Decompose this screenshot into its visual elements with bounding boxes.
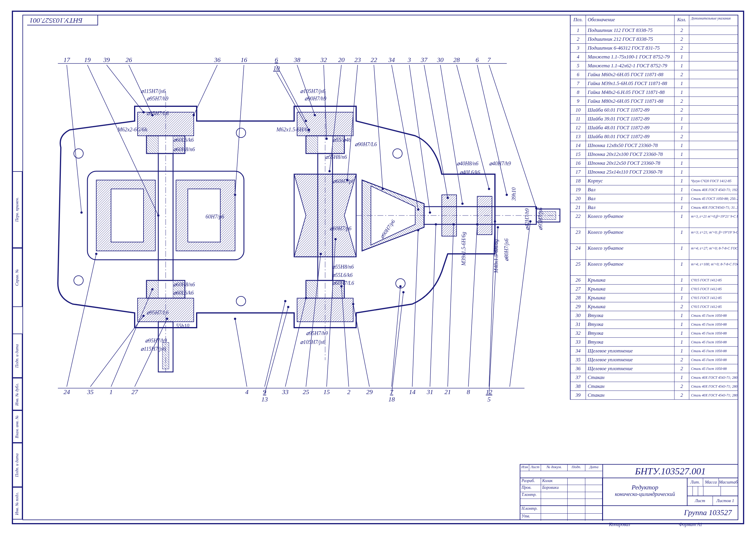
svg-point-148 (284, 300, 286, 302)
svg-text:10: 10 (273, 64, 280, 72)
svg-line-145 (235, 319, 247, 387)
svg-text:⌀95H7/js6: ⌀95H7/js6 (537, 207, 543, 230)
svg-point-79 (157, 215, 159, 216)
svg-text:7: 7 (488, 56, 491, 64)
svg-text:22: 22 (371, 56, 377, 64)
svg-point-146 (234, 318, 236, 320)
svg-point-166 (417, 229, 419, 231)
bom-row: 13Шайба 80.01 ГОСТ 11872-892 (571, 132, 738, 141)
svg-point-77 (81, 212, 82, 213)
svg-line-159 (353, 304, 369, 387)
svg-text:32: 32 (320, 56, 327, 64)
svg-rect-22 (111, 189, 144, 242)
svg-text:55h10: 55h10 (176, 323, 189, 329)
svg-line-177 (510, 221, 530, 387)
svg-text:12: 12 (486, 388, 492, 395)
svg-line-104 (409, 65, 430, 213)
svg-text:13: 13 (261, 395, 268, 401)
svg-text:30: 30 (437, 56, 444, 64)
svg-text:6: 6 (476, 56, 479, 64)
bom-row: 14Шпонка 12x8x50 ГОСТ 23360-781 (571, 141, 738, 150)
svg-point-160 (352, 303, 354, 305)
svg-text:⌀95H7/L6: ⌀95H7/L6 (147, 110, 169, 116)
svg-text:⌀95H7/L6: ⌀95H7/L6 (147, 310, 169, 315)
svg-text:14: 14 (409, 388, 416, 395)
bom-row: 38Стакан2Сталь 40Х ГОСТ 4543-71; 280..32… (571, 382, 738, 391)
bom-row: 1Подшипник 112 ГОСТ 8338-752 (571, 26, 738, 35)
svg-line-169 (448, 224, 454, 387)
svg-point-150 (287, 306, 289, 308)
bom-row: 23Колесо зубчатое1m=3; z=21; m'=0; β=19°… (571, 228, 738, 244)
svg-point-85 (193, 114, 195, 116)
svg-line-173 (489, 221, 495, 387)
svg-point-2 (236, 128, 246, 138)
bom-row: 2Подшипник 212 ГОСТ 8338-752 (571, 35, 738, 44)
bom-row: 18Корпус1Чугун СЧ20 ГОСТ 1412-85 (571, 176, 738, 185)
svg-point-91 (308, 129, 310, 131)
svg-text:33: 33 (282, 388, 288, 395)
svg-point-140 (143, 315, 145, 317)
svg-point-109 (462, 203, 463, 204)
svg-text:⌀55H8/n6: ⌀55H8/n6 (332, 264, 354, 270)
svg-text:3: 3 (408, 56, 411, 64)
bom-row: 15Шпонка 20x12x100 ГОСТ 23360-781 (571, 150, 738, 159)
bom-row: 36Щелевое уплотнение2Сталь 45 Гост 1050-… (571, 364, 738, 373)
svg-text:⌀60H8/n6: ⌀60H8/n6 (173, 281, 195, 287)
svg-text:⌀40H8/n6: ⌀40H8/n6 (457, 161, 478, 167)
svg-text:⌀55L6/k6: ⌀55L6/k6 (332, 272, 353, 278)
svg-text:31: 31 (426, 388, 433, 395)
svg-point-156 (335, 238, 337, 240)
svg-rect-41 (477, 196, 492, 235)
svg-point-138 (95, 253, 97, 255)
svg-line-76 (67, 65, 82, 213)
bom-row: 37Стакан1Сталь 40Х ГОСТ 4543-71; 280..32… (571, 373, 738, 382)
bom-row: 6Гайка М60x2-6H.05 ГОСТ 11871-882 (571, 70, 738, 79)
bom-row: 35Щелевое уплотнение2Сталь 45 Гост 1050-… (571, 356, 738, 364)
svg-line-171 (468, 224, 477, 387)
bom-row: 33Втулка1Сталь 45 Гост 1050-88 (571, 338, 738, 347)
bom-table: Поз. Обозначение Кол. Дополнительные ука… (570, 15, 738, 400)
svg-line-167 (430, 224, 436, 387)
svg-point-178 (529, 221, 531, 222)
svg-point-174 (494, 221, 496, 222)
title-block: Изм Лист № докум. Подп. Дата БНТУ.103527… (520, 464, 738, 520)
bom-row: 27Крышка1СЧ15 ГОСТ 1412-85 (571, 284, 738, 293)
svg-text:20: 20 (338, 56, 345, 64)
bom-row: 32Втулка1Сталь 45 Гост 1050-88 (571, 329, 738, 338)
svg-text:35: 35 (87, 388, 94, 395)
svg-text:М39x1.5-6H/6g: М39x1.5-6H/6g (461, 232, 467, 266)
svg-text:⌀60H8/n6: ⌀60H8/n6 (173, 147, 195, 152)
svg-line-106 (424, 65, 448, 198)
bom-row: 19Вал1Сталь 40Х ГОСТ 4543-71; 192..228 Н… (571, 185, 738, 194)
svg-text:⌀60H7/p6: ⌀60H7/p6 (333, 178, 354, 184)
svg-text:⌀115H7/js6: ⌀115H7/js6 (141, 88, 166, 94)
svg-text:⌀60H7/L6: ⌀60H7/L6 (332, 280, 354, 286)
bom-row: 22Колесо зубчатое1m=3, z=21 m'=0,β=19°21… (571, 212, 738, 228)
svg-line-114 (489, 65, 536, 208)
bom-row: 8Гайка М48x2-6.H.05 ГОСТ 11871-881 (571, 88, 738, 97)
svg-rect-8 (147, 136, 158, 153)
svg-point-89 (305, 120, 307, 122)
svg-point-107 (447, 197, 448, 199)
svg-text:⌀55/⌀46: ⌀55/⌀46 (333, 137, 351, 143)
bom-row: 16Шпонка 20x12x50 ГОСТ 23360-781 (571, 159, 738, 168)
svg-point-115 (535, 207, 537, 209)
svg-point-111 (488, 188, 490, 190)
svg-point-152 (305, 297, 307, 299)
svg-text:26: 26 (125, 56, 132, 64)
svg-text:8: 8 (467, 388, 470, 395)
svg-line-102 (392, 65, 418, 210)
svg-text:24: 24 (64, 388, 70, 395)
bom-row: 17Шпонка 25x14x110 ГОСТ 23360-781 (571, 168, 738, 176)
svg-text:5: 5 (488, 395, 491, 401)
svg-text:38: 38 (293, 56, 300, 64)
svg-point-168 (435, 224, 437, 225)
svg-text:М62x2-6G/6h: М62x2-6G/6h (117, 127, 148, 133)
svg-point-170 (453, 224, 454, 225)
svg-text:1: 1 (110, 388, 113, 395)
svg-line-112 (477, 65, 507, 195)
svg-text:⌀60L6/k6: ⌀60L6/k6 (173, 290, 194, 296)
svg-point-164 (402, 291, 404, 293)
svg-point-144 (166, 318, 168, 320)
bom-row: 20Вал1Сталь 45 ГОСТ 1050-88; 250..280 НВ (571, 194, 738, 203)
